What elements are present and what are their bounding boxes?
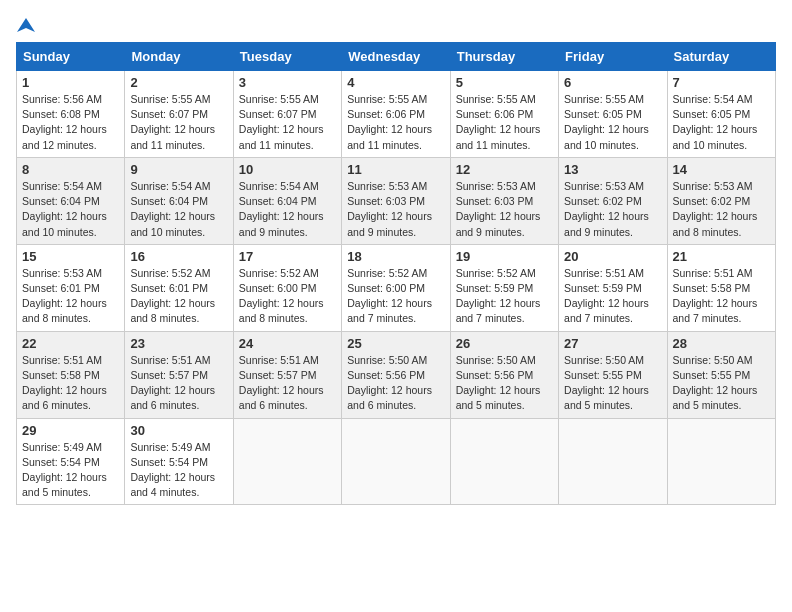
- empty-cell: [667, 418, 775, 505]
- day-cell-8: 8 Sunrise: 5:54 AMSunset: 6:04 PMDayligh…: [17, 157, 125, 244]
- day-cell-3: 3 Sunrise: 5:55 AMSunset: 6:07 PMDayligh…: [233, 71, 341, 158]
- day-number: 22: [22, 336, 119, 351]
- day-cell-20: 20 Sunrise: 5:51 AMSunset: 5:59 PMDaylig…: [559, 244, 667, 331]
- column-header-tuesday: Tuesday: [233, 43, 341, 71]
- day-info: Sunrise: 5:53 AMSunset: 6:01 PMDaylight:…: [22, 267, 107, 325]
- day-number: 29: [22, 423, 119, 438]
- day-number: 3: [239, 75, 336, 90]
- logo: [16, 16, 36, 34]
- day-cell-15: 15 Sunrise: 5:53 AMSunset: 6:01 PMDaylig…: [17, 244, 125, 331]
- day-cell-29: 29 Sunrise: 5:49 AMSunset: 5:54 PMDaylig…: [17, 418, 125, 505]
- calendar-week-2: 8 Sunrise: 5:54 AMSunset: 6:04 PMDayligh…: [17, 157, 776, 244]
- day-number: 19: [456, 249, 553, 264]
- day-number: 13: [564, 162, 661, 177]
- day-info: Sunrise: 5:53 AMSunset: 6:02 PMDaylight:…: [564, 180, 649, 238]
- day-number: 21: [673, 249, 770, 264]
- day-cell-17: 17 Sunrise: 5:52 AMSunset: 6:00 PMDaylig…: [233, 244, 341, 331]
- day-number: 15: [22, 249, 119, 264]
- day-number: 17: [239, 249, 336, 264]
- day-cell-6: 6 Sunrise: 5:55 AMSunset: 6:05 PMDayligh…: [559, 71, 667, 158]
- column-header-thursday: Thursday: [450, 43, 558, 71]
- day-cell-19: 19 Sunrise: 5:52 AMSunset: 5:59 PMDaylig…: [450, 244, 558, 331]
- logo-bird-icon: [17, 16, 35, 34]
- day-info: Sunrise: 5:53 AMSunset: 6:02 PMDaylight:…: [673, 180, 758, 238]
- day-info: Sunrise: 5:56 AMSunset: 6:08 PMDaylight:…: [22, 93, 107, 151]
- day-cell-14: 14 Sunrise: 5:53 AMSunset: 6:02 PMDaylig…: [667, 157, 775, 244]
- day-info: Sunrise: 5:50 AMSunset: 5:55 PMDaylight:…: [564, 354, 649, 412]
- day-number: 24: [239, 336, 336, 351]
- header-row: SundayMondayTuesdayWednesdayThursdayFrid…: [17, 43, 776, 71]
- day-cell-24: 24 Sunrise: 5:51 AMSunset: 5:57 PMDaylig…: [233, 331, 341, 418]
- day-info: Sunrise: 5:51 AMSunset: 5:58 PMDaylight:…: [673, 267, 758, 325]
- day-cell-10: 10 Sunrise: 5:54 AMSunset: 6:04 PMDaylig…: [233, 157, 341, 244]
- day-number: 11: [347, 162, 444, 177]
- day-info: Sunrise: 5:52 AMSunset: 6:01 PMDaylight:…: [130, 267, 215, 325]
- day-info: Sunrise: 5:52 AMSunset: 5:59 PMDaylight:…: [456, 267, 541, 325]
- day-info: Sunrise: 5:55 AMSunset: 6:07 PMDaylight:…: [239, 93, 324, 151]
- day-info: Sunrise: 5:51 AMSunset: 5:57 PMDaylight:…: [130, 354, 215, 412]
- day-cell-21: 21 Sunrise: 5:51 AMSunset: 5:58 PMDaylig…: [667, 244, 775, 331]
- day-info: Sunrise: 5:50 AMSunset: 5:56 PMDaylight:…: [456, 354, 541, 412]
- day-info: Sunrise: 5:53 AMSunset: 6:03 PMDaylight:…: [347, 180, 432, 238]
- day-info: Sunrise: 5:51 AMSunset: 5:57 PMDaylight:…: [239, 354, 324, 412]
- day-cell-11: 11 Sunrise: 5:53 AMSunset: 6:03 PMDaylig…: [342, 157, 450, 244]
- day-number: 30: [130, 423, 227, 438]
- calendar-table: SundayMondayTuesdayWednesdayThursdayFrid…: [16, 42, 776, 505]
- empty-cell: [233, 418, 341, 505]
- day-info: Sunrise: 5:54 AMSunset: 6:04 PMDaylight:…: [22, 180, 107, 238]
- day-info: Sunrise: 5:52 AMSunset: 6:00 PMDaylight:…: [347, 267, 432, 325]
- day-info: Sunrise: 5:55 AMSunset: 6:05 PMDaylight:…: [564, 93, 649, 151]
- day-info: Sunrise: 5:50 AMSunset: 5:55 PMDaylight:…: [673, 354, 758, 412]
- day-cell-5: 5 Sunrise: 5:55 AMSunset: 6:06 PMDayligh…: [450, 71, 558, 158]
- day-info: Sunrise: 5:50 AMSunset: 5:56 PMDaylight:…: [347, 354, 432, 412]
- day-info: Sunrise: 5:51 AMSunset: 5:59 PMDaylight:…: [564, 267, 649, 325]
- svg-marker-0: [17, 18, 35, 32]
- day-cell-22: 22 Sunrise: 5:51 AMSunset: 5:58 PMDaylig…: [17, 331, 125, 418]
- day-cell-4: 4 Sunrise: 5:55 AMSunset: 6:06 PMDayligh…: [342, 71, 450, 158]
- day-info: Sunrise: 5:54 AMSunset: 6:04 PMDaylight:…: [130, 180, 215, 238]
- column-header-monday: Monday: [125, 43, 233, 71]
- day-cell-7: 7 Sunrise: 5:54 AMSunset: 6:05 PMDayligh…: [667, 71, 775, 158]
- day-cell-23: 23 Sunrise: 5:51 AMSunset: 5:57 PMDaylig…: [125, 331, 233, 418]
- day-number: 10: [239, 162, 336, 177]
- day-cell-28: 28 Sunrise: 5:50 AMSunset: 5:55 PMDaylig…: [667, 331, 775, 418]
- day-info: Sunrise: 5:55 AMSunset: 6:06 PMDaylight:…: [347, 93, 432, 151]
- day-number: 14: [673, 162, 770, 177]
- day-cell-27: 27 Sunrise: 5:50 AMSunset: 5:55 PMDaylig…: [559, 331, 667, 418]
- day-number: 25: [347, 336, 444, 351]
- day-cell-1: 1 Sunrise: 5:56 AMSunset: 6:08 PMDayligh…: [17, 71, 125, 158]
- day-info: Sunrise: 5:49 AMSunset: 5:54 PMDaylight:…: [22, 441, 107, 499]
- day-number: 23: [130, 336, 227, 351]
- empty-cell: [342, 418, 450, 505]
- day-number: 16: [130, 249, 227, 264]
- day-number: 9: [130, 162, 227, 177]
- day-cell-26: 26 Sunrise: 5:50 AMSunset: 5:56 PMDaylig…: [450, 331, 558, 418]
- column-header-friday: Friday: [559, 43, 667, 71]
- day-info: Sunrise: 5:52 AMSunset: 6:00 PMDaylight:…: [239, 267, 324, 325]
- day-info: Sunrise: 5:49 AMSunset: 5:54 PMDaylight:…: [130, 441, 215, 499]
- day-cell-13: 13 Sunrise: 5:53 AMSunset: 6:02 PMDaylig…: [559, 157, 667, 244]
- column-header-saturday: Saturday: [667, 43, 775, 71]
- day-cell-2: 2 Sunrise: 5:55 AMSunset: 6:07 PMDayligh…: [125, 71, 233, 158]
- column-header-wednesday: Wednesday: [342, 43, 450, 71]
- day-number: 12: [456, 162, 553, 177]
- calendar-week-1: 1 Sunrise: 5:56 AMSunset: 6:08 PMDayligh…: [17, 71, 776, 158]
- day-number: 20: [564, 249, 661, 264]
- day-cell-18: 18 Sunrise: 5:52 AMSunset: 6:00 PMDaylig…: [342, 244, 450, 331]
- day-number: 28: [673, 336, 770, 351]
- day-cell-9: 9 Sunrise: 5:54 AMSunset: 6:04 PMDayligh…: [125, 157, 233, 244]
- day-number: 26: [456, 336, 553, 351]
- day-number: 1: [22, 75, 119, 90]
- day-number: 27: [564, 336, 661, 351]
- day-info: Sunrise: 5:54 AMSunset: 6:04 PMDaylight:…: [239, 180, 324, 238]
- day-info: Sunrise: 5:53 AMSunset: 6:03 PMDaylight:…: [456, 180, 541, 238]
- day-info: Sunrise: 5:54 AMSunset: 6:05 PMDaylight:…: [673, 93, 758, 151]
- day-info: Sunrise: 5:55 AMSunset: 6:07 PMDaylight:…: [130, 93, 215, 151]
- day-cell-25: 25 Sunrise: 5:50 AMSunset: 5:56 PMDaylig…: [342, 331, 450, 418]
- day-info: Sunrise: 5:51 AMSunset: 5:58 PMDaylight:…: [22, 354, 107, 412]
- empty-cell: [450, 418, 558, 505]
- day-cell-16: 16 Sunrise: 5:52 AMSunset: 6:01 PMDaylig…: [125, 244, 233, 331]
- day-number: 5: [456, 75, 553, 90]
- day-number: 6: [564, 75, 661, 90]
- column-header-sunday: Sunday: [17, 43, 125, 71]
